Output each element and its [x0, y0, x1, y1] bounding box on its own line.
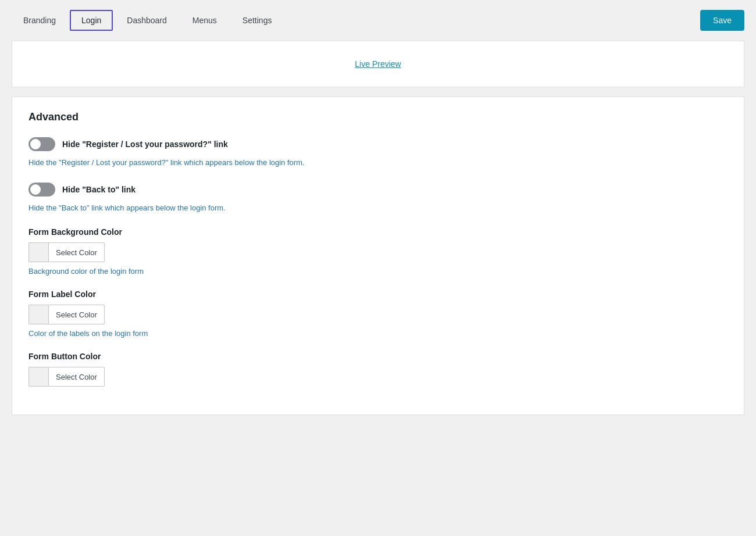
nav-tabs: Branding Login Dashboard Menus Settings [12, 10, 283, 31]
form-button-color-swatch[interactable] [28, 367, 48, 387]
top-nav: Branding Login Dashboard Menus Settings … [0, 0, 756, 41]
hide-back-toggle[interactable] [28, 183, 55, 196]
form-background-color-section: Form Background Color Select Color Backg… [28, 227, 728, 276]
live-preview-link[interactable]: Live Preview [355, 59, 401, 69]
form-label-color-button[interactable]: Select Color [48, 305, 105, 324]
tab-dashboard[interactable]: Dashboard [115, 10, 179, 31]
form-background-color-description: Background color of the login form [28, 267, 728, 276]
advanced-section: Advanced Hide "Register / Lost your pass… [12, 97, 744, 415]
hide-register-description: Hide the "Register / Lost your password?… [28, 157, 728, 169]
tab-login[interactable]: Login [70, 10, 113, 31]
tab-settings[interactable]: Settings [231, 10, 284, 31]
form-button-color-section: Form Button Color Select Color [28, 352, 728, 387]
form-label-color-selector: Select Color [28, 305, 728, 324]
hide-back-description: Hide the "Back to" link which appears be… [28, 202, 728, 214]
form-background-color-button[interactable]: Select Color [48, 242, 105, 262]
toggle-track-2 [28, 183, 55, 196]
form-background-color-label: Form Background Color [28, 227, 728, 237]
form-label-color-section: Form Label Color Select Color Color of t… [28, 290, 728, 338]
hide-back-label: Hide "Back to" link [62, 185, 135, 194]
hide-register-toggle[interactable] [28, 137, 55, 151]
live-preview-section: Live Preview [12, 41, 744, 87]
tab-menus[interactable]: Menus [181, 10, 229, 31]
section-title: Advanced [28, 111, 728, 123]
save-button[interactable]: Save [700, 10, 744, 31]
form-background-color-selector: Select Color [28, 242, 728, 262]
form-button-color-button[interactable]: Select Color [48, 367, 105, 387]
toggle-track [28, 137, 55, 151]
form-background-color-swatch[interactable] [28, 242, 48, 262]
form-label-color-swatch[interactable] [28, 305, 48, 324]
hide-register-label: Hide "Register / Lost your password?" li… [62, 140, 228, 149]
form-label-color-label: Form Label Color [28, 290, 728, 299]
tab-branding[interactable]: Branding [12, 10, 67, 31]
toggle-thumb [30, 139, 41, 149]
hide-register-row: Hide "Register / Lost your password?" li… [28, 137, 728, 151]
form-button-color-label: Form Button Color [28, 352, 728, 361]
form-label-color-description: Color of the labels on the login form [28, 329, 728, 338]
form-button-color-selector: Select Color [28, 367, 728, 387]
toggle-thumb-2 [30, 184, 41, 195]
hide-back-row: Hide "Back to" link [28, 183, 728, 196]
